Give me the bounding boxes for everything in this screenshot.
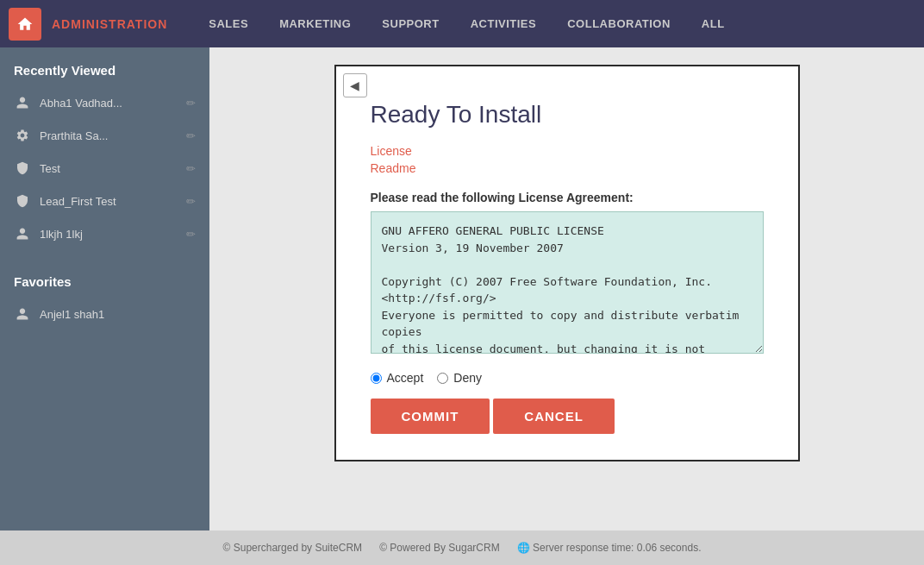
footer-server: 🌐 Server response time: 0.06 seconds. xyxy=(517,542,702,554)
user-icon xyxy=(14,225,31,242)
deny-radio[interactable] xyxy=(437,373,448,384)
commit-button[interactable]: COMMIT xyxy=(371,399,490,434)
sidebar: Recently Viewed Abha1 Vadhad... ✏ Prarth… xyxy=(0,47,209,530)
accept-radio-group: Accept xyxy=(371,371,424,385)
sidebar-item-anjel[interactable]: Anjel1 shah1 xyxy=(0,298,209,330)
footer: © Supercharged by SuiteCRM © Powered By … xyxy=(0,530,924,565)
install-modal: ◀ Ready To Install License Readme Please… xyxy=(334,65,800,461)
deny-label[interactable]: Deny xyxy=(453,371,482,385)
nav-sales[interactable]: SALES xyxy=(193,0,264,47)
user-icon xyxy=(14,305,31,323)
nav-all[interactable]: ALL xyxy=(686,0,740,47)
home-button[interactable] xyxy=(9,8,41,41)
sidebar-item-test[interactable]: Test ✏ xyxy=(0,152,209,185)
license-textarea[interactable]: GNU AFFERO GENERAL PUBLIC LICENSE Versio… xyxy=(371,211,764,354)
favorites-title: Favorites xyxy=(0,259,209,298)
action-buttons: COMMIT CANCEL xyxy=(371,399,764,434)
deny-radio-group: Deny xyxy=(437,371,482,385)
nav-collaboration[interactable]: COLLABORATION xyxy=(552,0,686,47)
sidebar-item-label: Abha1 Vadhad... xyxy=(40,97,186,110)
edit-icon[interactable]: ✏ xyxy=(186,97,196,110)
cancel-button[interactable]: CANCEL xyxy=(493,399,615,434)
sidebar-item-1lkjh[interactable]: 1lkjh 1lkj ✏ xyxy=(0,217,209,250)
brand-label: ADMINISTRATION xyxy=(52,17,167,31)
nav-activities[interactable]: ACTIVITIES xyxy=(455,0,553,47)
edit-icon[interactable]: ✏ xyxy=(186,195,196,208)
main-layout: Recently Viewed Abha1 Vadhad... ✏ Prarth… xyxy=(0,47,924,530)
edit-icon[interactable]: ✏ xyxy=(186,162,196,175)
sidebar-item-label: 1lkjh 1lkj xyxy=(40,228,186,241)
sidebar-item-lead-first-test[interactable]: Lead_First Test ✏ xyxy=(0,185,209,217)
sidebar-item-label: Test xyxy=(40,162,186,175)
shield-icon xyxy=(14,192,31,210)
footer-copyright: © Supercharged by SuiteCRM xyxy=(223,542,363,554)
edit-icon[interactable]: ✏ xyxy=(186,228,196,241)
content-area: ◀ Ready To Install License Readme Please… xyxy=(209,47,924,530)
nav-marketing[interactable]: MARKETING xyxy=(264,0,366,47)
recently-viewed-title: Recently Viewed xyxy=(0,47,209,86)
accept-deny-group: Accept Deny xyxy=(371,371,764,385)
top-navigation: ADMINISTRATION SALES MARKETING SUPPORT A… xyxy=(0,0,924,47)
modal-container: ◀ Ready To Install License Readme Please… xyxy=(218,56,915,487)
user-icon xyxy=(14,94,31,111)
accept-label[interactable]: Accept xyxy=(387,371,424,385)
sidebar-item-prarthita[interactable]: Prarthita Sa... ✏ xyxy=(0,119,209,152)
footer-powered: © Powered By SugarCRM xyxy=(379,542,500,554)
favorites-section: Favorites Anjel1 shah1 xyxy=(0,259,209,330)
readme-link[interactable]: Readme xyxy=(371,161,764,175)
shield-icon xyxy=(14,160,31,177)
sidebar-item-label: Anjel1 shah1 xyxy=(40,308,196,321)
accept-radio[interactable] xyxy=(371,373,382,384)
license-link[interactable]: License xyxy=(371,144,764,158)
globe-icon: 🌐 xyxy=(517,542,530,554)
license-section-title: Please read the following License Agreem… xyxy=(371,191,764,204)
sidebar-item-label: Prarthita Sa... xyxy=(40,129,186,142)
nav-support[interactable]: SUPPORT xyxy=(366,0,454,47)
nav-menu: SALES MARKETING SUPPORT ACTIVITIES COLLA… xyxy=(193,0,740,47)
edit-icon[interactable]: ✏ xyxy=(186,129,196,142)
gear-icon xyxy=(14,127,31,144)
sidebar-item-label: Lead_First Test xyxy=(40,195,186,208)
modal-content: Ready To Install License Readme Please r… xyxy=(336,66,798,460)
sidebar-item-abha[interactable]: Abha1 Vadhad... ✏ xyxy=(0,86,209,119)
modal-title: Ready To Install xyxy=(371,101,764,129)
license-scroll-wrapper: GNU AFFERO GENERAL PUBLIC LICENSE Versio… xyxy=(371,211,764,357)
back-button[interactable]: ◀ xyxy=(343,73,367,97)
